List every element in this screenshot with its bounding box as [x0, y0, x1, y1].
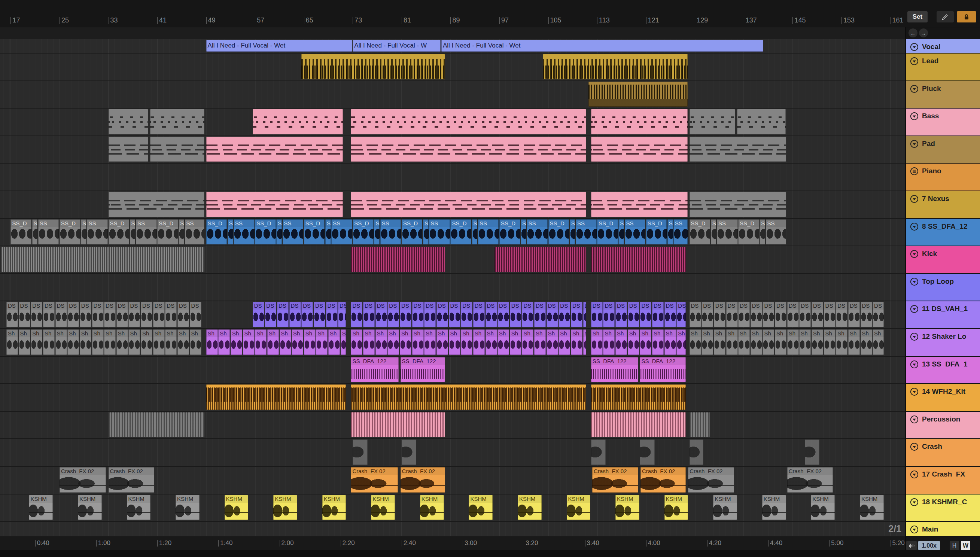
width-zoom-button[interactable]: W	[961, 541, 970, 550]
clip[interactable]	[1, 247, 204, 272]
clip-ds[interactable]: DS	[652, 302, 664, 327]
clip-ss-d[interactable]: SS_D	[646, 219, 667, 245]
track-lane-percussion[interactable]	[0, 412, 905, 440]
clip-ds[interactable]: DS	[824, 302, 835, 327]
fold-icon[interactable]	[910, 112, 919, 121]
clip-sh[interactable]: Sh	[449, 329, 461, 355]
clip-ds[interactable]: DS	[265, 302, 276, 327]
clip-ds[interactable]: DS	[690, 302, 701, 327]
clip-ss[interactable]: SS	[87, 219, 108, 245]
clip-sh[interactable]: Sh	[80, 329, 91, 355]
clip-ss-d[interactable]: SS_D	[738, 219, 759, 245]
clip-ds[interactable]: DS	[676, 302, 686, 327]
clip-ds[interactable]: DS	[787, 302, 799, 327]
clip-ds[interactable]: DS	[376, 302, 387, 327]
clip-sh[interactable]: Sh	[690, 329, 701, 355]
clip-ss-dfa-122[interactable]: SS_DFA_122	[591, 357, 638, 383]
clip-kshm[interactable]: KSHM	[225, 495, 249, 520]
nav-left-icon[interactable]: ←	[908, 28, 918, 37]
clip-kshm[interactable]: KSHM	[615, 495, 639, 520]
clip-kshm[interactable]: KSHM	[567, 495, 591, 520]
clip-sh[interactable]: Sh	[31, 329, 42, 355]
track-header-18-kshmr-c[interactable]: 18 KSHMR_C	[906, 495, 980, 522]
clip-sh[interactable]: Sh	[206, 329, 218, 355]
clip[interactable]	[737, 109, 786, 134]
clip[interactable]	[690, 192, 786, 217]
clip-ds[interactable]: DS	[558, 302, 570, 327]
clip-sh[interactable]: Sh	[628, 329, 639, 355]
clip-ds[interactable]: DS	[80, 302, 91, 327]
clip[interactable]	[109, 192, 204, 217]
track-header-7-nexus[interactable]: 7 Nexus	[906, 191, 980, 219]
clip-ds[interactable]: DS	[750, 302, 762, 327]
fold-icon[interactable]	[910, 57, 919, 66]
clip-ss[interactable]: SS	[283, 219, 304, 245]
clip-ds[interactable]: DS	[861, 302, 872, 327]
clip-ds[interactable]: DS	[449, 302, 461, 327]
clip-sh[interactable]: Sh	[485, 329, 497, 355]
clip-ss[interactable]: SS	[625, 219, 646, 245]
zoom-level-badge[interactable]: 1.00x	[918, 541, 940, 550]
clip-ss-d[interactable]: SS_D	[157, 219, 178, 245]
clip-s[interactable]: S	[760, 219, 765, 245]
clip-ds[interactable]: DS	[473, 302, 485, 327]
clip-ss[interactable]: SS	[429, 219, 450, 245]
scrub-area[interactable]	[0, 27, 905, 39]
clip[interactable]	[301, 54, 445, 79]
clip[interactable]	[591, 137, 688, 162]
clip-sh[interactable]: Sh	[812, 329, 823, 355]
track-lane-pad[interactable]	[0, 136, 905, 164]
clip-sh[interactable]: Sh	[7, 329, 18, 355]
clip-ss[interactable]: SS	[674, 219, 688, 245]
clip-sh[interactable]: Sh	[750, 329, 762, 355]
clip[interactable]	[351, 192, 586, 217]
track-header-main[interactable]: Main	[906, 522, 980, 537]
fold-icon[interactable]	[910, 277, 919, 287]
clip-kshm[interactable]: KSHM	[176, 495, 200, 520]
lock-icon[interactable]	[957, 11, 976, 23]
track-header-17-crash-fx[interactable]: 17 Crash_FX	[906, 467, 980, 495]
bar-ruler[interactable]: 1725334149576573818997105113121129137145…	[0, 13, 905, 27]
clip-sh[interactable]: Sh	[873, 329, 884, 355]
fold-icon[interactable]	[910, 305, 919, 314]
clip-ds[interactable]: DS	[603, 302, 615, 327]
clip-ss-d[interactable]: SS_D	[304, 219, 325, 245]
clip-sh[interactable]: Sh	[603, 329, 615, 355]
clip-sh[interactable]: Sh	[280, 329, 291, 355]
clip-sh[interactable]: Sh	[218, 329, 230, 355]
clip-crash-fx-02[interactable]: Crash_FX 02	[109, 467, 155, 493]
clip-ds[interactable]: DS	[702, 302, 713, 327]
clip-s[interactable]: S	[81, 219, 86, 245]
clip-sh[interactable]: Sh	[153, 329, 165, 355]
clip-sh[interactable]: Sh	[328, 329, 340, 355]
fold-icon[interactable]	[910, 525, 919, 534]
clip-ds[interactable]: DS	[726, 302, 738, 327]
clip-ss[interactable]: SS	[185, 219, 204, 245]
clip-sh[interactable]: Sh	[129, 329, 140, 355]
clip-ss-d[interactable]: SS_D	[499, 219, 520, 245]
clip-sh[interactable]: Sh	[547, 329, 558, 355]
pencil-icon[interactable]	[936, 11, 954, 23]
clip[interactable]	[495, 247, 586, 272]
clip-ds[interactable]: DS	[836, 302, 848, 327]
track-header-11-ds-vah-1[interactable]: 11 DS_VAH_1	[906, 301, 980, 329]
clip-sh[interactable]: Sh	[726, 329, 738, 355]
clip-kshm[interactable]: KSHM	[762, 495, 786, 520]
clip-sh[interactable]: Sh	[351, 329, 362, 355]
clip-ds[interactable]: DS	[714, 302, 726, 327]
clip-crash-fx-02[interactable]: Crash_FX 02	[787, 467, 833, 493]
clip-kshm[interactable]: KSHM	[860, 495, 884, 520]
clip-ss-d[interactable]: SS_D	[60, 219, 80, 245]
clip-sh[interactable]: Sh	[43, 329, 55, 355]
time-ruler[interactable]: 0:401:001:201:402:002:202:403:003:203:40…	[0, 537, 905, 550]
clip[interactable]	[351, 384, 586, 410]
clip-ds[interactable]: DS	[510, 302, 521, 327]
fold-icon[interactable]	[910, 497, 919, 507]
clip[interactable]	[206, 384, 346, 410]
clip-ss[interactable]: SS	[478, 219, 499, 245]
clip-sh[interactable]: Sh	[583, 329, 586, 355]
track-lane-12-shaker-lo[interactable]: ShShShShShShShShShShShShShShShShShShShSh…	[0, 329, 905, 357]
track-header-bass[interactable]: Bass	[906, 109, 980, 136]
clip[interactable]	[353, 440, 367, 465]
track-lane-bass[interactable]	[0, 109, 905, 136]
